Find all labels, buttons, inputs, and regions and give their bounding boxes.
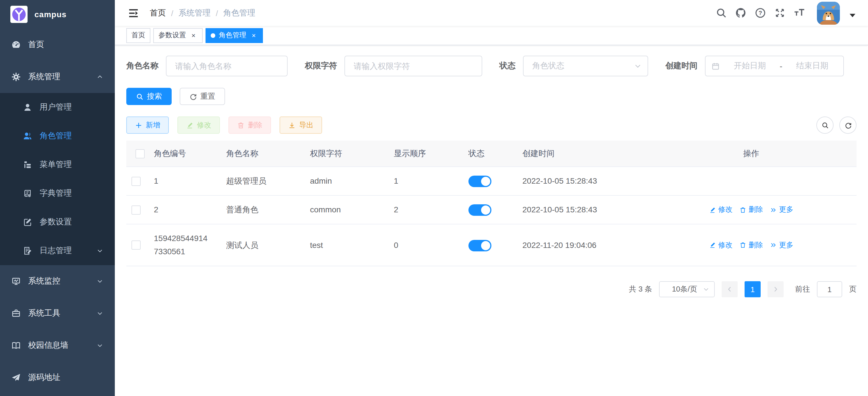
role-name-input[interactable] xyxy=(166,56,288,76)
github-icon[interactable] xyxy=(735,7,746,19)
row-more-link[interactable]: 更多 xyxy=(770,238,794,252)
export-button[interactable]: 导出 xyxy=(280,117,322,134)
col-status: 状态 xyxy=(468,141,522,166)
sidebar-item-home[interactable]: 首页 xyxy=(0,29,115,61)
delete-button[interactable]: 删除 xyxy=(228,117,271,134)
row-checkbox[interactable] xyxy=(131,176,141,186)
top-navbar: 首页 / 系统管理 / 角色管理 ? xyxy=(115,0,868,26)
sidebar-item-label: 角色管理 xyxy=(40,131,103,141)
perm-key-input[interactable] xyxy=(344,56,482,76)
form-item-role-name: 角色名称 xyxy=(126,56,288,76)
col-actions: 操作 xyxy=(646,141,857,166)
sidebar-item-param-settings[interactable]: 参数设置 xyxy=(0,208,115,236)
status-toggle[interactable] xyxy=(468,240,491,252)
sidebar-item-user-management[interactable]: 用户管理 xyxy=(0,93,115,122)
sidebar-item-menu-management[interactable]: 菜单管理 xyxy=(0,151,115,179)
next-page-button[interactable] xyxy=(768,281,784,297)
tag-label: 首页 xyxy=(131,30,145,40)
col-sort: 显示顺序 xyxy=(394,141,468,166)
cell-sort: 1 xyxy=(394,167,468,195)
edit-button[interactable]: 修改 xyxy=(177,117,220,134)
sidebar-item-role-management[interactable]: 角色管理 xyxy=(0,122,115,151)
export-button-label: 导出 xyxy=(299,120,313,130)
toggle-search-button[interactable] xyxy=(816,117,834,134)
breadcrumb-item-home[interactable]: 首页 xyxy=(150,8,166,18)
cell-perm-key: common xyxy=(310,196,394,224)
log-icon xyxy=(23,246,32,255)
sidebar-item-log-management[interactable]: 日志管理 xyxy=(0,236,115,265)
tag-label: 参数设置 xyxy=(158,30,186,40)
close-icon[interactable] xyxy=(250,31,258,39)
col-role-name: 角色名称 xyxy=(226,141,310,166)
col-perm-key: 权限字符 xyxy=(310,141,394,166)
paper-plane-icon xyxy=(11,373,21,382)
start-date-placeholder: 开始日期 xyxy=(724,61,775,71)
row-delete-link[interactable]: 删除 xyxy=(739,238,763,252)
status-toggle[interactable] xyxy=(468,205,491,216)
row-checkbox[interactable] xyxy=(131,205,141,214)
refresh-button[interactable] xyxy=(839,117,857,134)
reset-button[interactable]: 重置 xyxy=(180,88,225,105)
sidebar: campus 首页 系统管理 用户管理 xyxy=(0,0,115,396)
breadcrumb-separator: / xyxy=(171,8,174,18)
sidebar-item-dict-management[interactable]: 字典管理 xyxy=(0,179,115,208)
status-select[interactable]: 角色状态 xyxy=(523,56,648,76)
tag-role-management[interactable]: 角色管理 xyxy=(206,28,263,43)
cell-perm-key: test xyxy=(310,231,394,259)
row-edit-link[interactable]: 修改 xyxy=(709,238,733,252)
sidebar-item-label: 首页 xyxy=(28,40,103,50)
fullscreen-icon[interactable] xyxy=(774,7,785,19)
sidebar-toggle-icon[interactable] xyxy=(129,7,140,19)
tag-home[interactable]: 首页 xyxy=(126,28,150,43)
cell-role-id: 1 xyxy=(154,167,226,195)
select-all-checkbox[interactable] xyxy=(135,149,145,158)
row-select-cell xyxy=(126,233,154,257)
add-button[interactable]: 新增 xyxy=(126,117,169,134)
tag-param-settings[interactable]: 参数设置 xyxy=(153,28,203,43)
app-logo[interactable]: campus xyxy=(0,0,115,29)
page-size-select[interactable]: 10条/页 xyxy=(659,281,715,297)
user-avatar[interactable] xyxy=(817,1,840,24)
calendar-icon xyxy=(711,62,720,70)
sidebar-item-label: 系统工具 xyxy=(28,308,96,319)
cell-actions: 修改 删除 更多 xyxy=(646,196,857,224)
cell-sort: 2 xyxy=(394,196,468,224)
chevron-down-icon xyxy=(96,248,103,254)
font-size-icon[interactable] xyxy=(794,7,805,19)
row-more-link[interactable]: 更多 xyxy=(770,203,794,217)
sidebar-item-label: 系统管理 xyxy=(28,72,96,82)
table-row: 2 普通角色 common 2 2022-10-05 15:28:43 修改 删… xyxy=(126,196,857,224)
user-icon xyxy=(23,103,32,112)
sidebar-item-system-monitor[interactable]: 系统监控 xyxy=(0,265,115,297)
prev-page-button[interactable] xyxy=(722,281,738,297)
active-dot xyxy=(211,33,215,38)
caret-down-icon[interactable] xyxy=(849,14,856,20)
cell-sort: 0 xyxy=(394,231,468,259)
app-root: campus 首页 系统管理 用户管理 xyxy=(0,0,868,396)
search-button-label: 搜索 xyxy=(147,91,162,102)
create-time-label: 创建时间 xyxy=(665,61,698,71)
status-label: 状态 xyxy=(499,61,516,71)
sidebar-item-source-code[interactable]: 源码地址 xyxy=(0,362,115,394)
help-icon[interactable]: ? xyxy=(755,7,766,19)
row-delete-link[interactable]: 删除 xyxy=(739,203,763,217)
col-created: 创建时间 xyxy=(522,141,646,166)
sidebar-item-campus-wall[interactable]: 校园信息墙 xyxy=(0,329,115,362)
page-number-current[interactable]: 1 xyxy=(745,281,761,297)
cell-created: 2022-11-20 19:04:06 xyxy=(522,231,646,259)
row-checkbox[interactable] xyxy=(131,240,141,250)
goto-page-input[interactable] xyxy=(817,281,842,297)
date-range-picker[interactable]: 开始日期 - 结束日期 xyxy=(705,56,844,76)
status-toggle[interactable] xyxy=(468,176,491,187)
row-edit-link[interactable]: 修改 xyxy=(709,203,733,217)
open-book-icon xyxy=(11,341,21,350)
sidebar-item-label: 用户管理 xyxy=(40,102,103,112)
close-icon[interactable] xyxy=(189,31,197,39)
cell-status xyxy=(468,231,522,259)
search-button[interactable]: 搜索 xyxy=(126,88,172,105)
page-content: 角色名称 权限字符 状态 角色状态 创 xyxy=(115,45,868,396)
sidebar-item-system-tools[interactable]: 系统工具 xyxy=(0,297,115,329)
search-icon[interactable] xyxy=(716,7,727,19)
pagination-total: 共 3 条 xyxy=(629,284,652,294)
sidebar-item-system-management[interactable]: 系统管理 xyxy=(0,61,115,93)
